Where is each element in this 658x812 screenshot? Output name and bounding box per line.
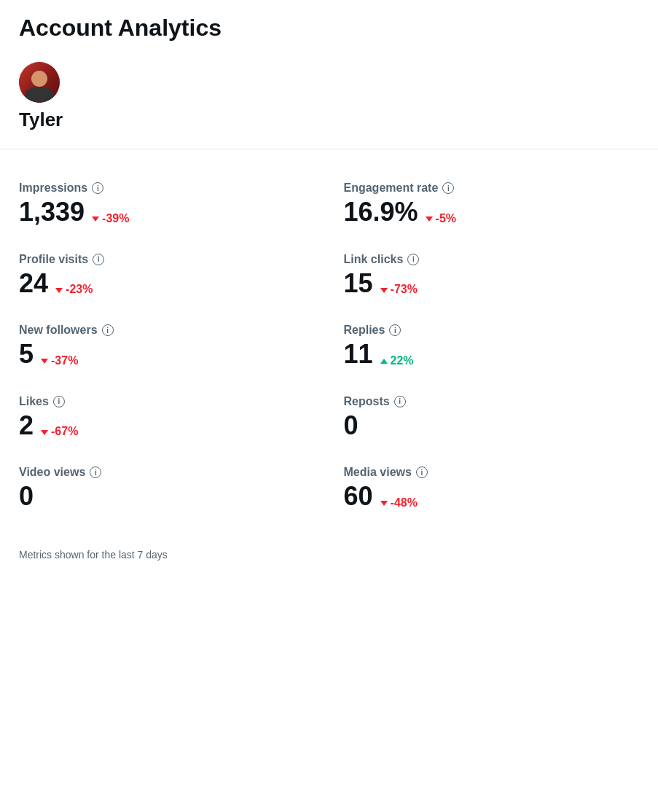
- metric-change-new-followers: -37%: [41, 354, 78, 367]
- metric-label-engagement-rate: Engagement ratei: [344, 181, 640, 195]
- arrow-down-icon-impressions: [92, 216, 99, 222]
- metrics-grid: Impressionsi1,339-39%Engagement ratei16.…: [19, 170, 639, 526]
- metric-label-video-views: Video viewsi: [19, 466, 329, 479]
- user-name: Tyler: [19, 109, 639, 131]
- metric-change-replies: 22%: [380, 354, 414, 367]
- metric-value-row-reposts: 0: [344, 411, 640, 440]
- metric-label-replies: Repliesi: [344, 324, 640, 337]
- metric-change-impressions: -39%: [92, 212, 129, 225]
- change-text-profile-visits: -23%: [66, 283, 93, 296]
- avatar: [19, 62, 60, 103]
- metric-link-clicks: Link clicksi15-73%: [329, 241, 640, 313]
- metric-value-row-link-clicks: 15-73%: [344, 269, 640, 298]
- metric-reposts: Repostsi0: [329, 383, 640, 455]
- page-title: Account Analytics: [19, 15, 639, 42]
- info-icon-replies[interactable]: i: [389, 324, 401, 336]
- info-icon-impressions[interactable]: i: [92, 182, 103, 194]
- info-icon-video-views[interactable]: i: [90, 466, 101, 478]
- info-icon-likes[interactable]: i: [53, 396, 65, 407]
- metric-value-row-engagement-rate: 16.9%-5%: [344, 198, 640, 227]
- change-text-impressions: -39%: [102, 212, 129, 225]
- metric-video-views: Video viewsi0: [19, 454, 329, 526]
- metric-change-media-views: -48%: [380, 496, 418, 510]
- metric-value-row-impressions: 1,339-39%: [19, 198, 329, 227]
- metric-label-new-followers: New followersi: [19, 324, 329, 337]
- section-divider: [0, 149, 658, 149]
- footer-note: Metrics shown for the last 7 days: [19, 549, 639, 561]
- profile-section: Tyler: [19, 62, 639, 131]
- arrow-down-icon-likes: [41, 430, 48, 435]
- info-icon-reposts[interactable]: i: [394, 396, 406, 407]
- metric-value-engagement-rate: 16.9%: [344, 198, 418, 227]
- change-text-engagement-rate: -5%: [436, 212, 456, 225]
- metric-media-views: Media viewsi60-48%: [329, 454, 640, 526]
- metric-replies: Repliesi1122%: [329, 312, 640, 383]
- info-icon-engagement-rate[interactable]: i: [442, 182, 454, 194]
- info-icon-new-followers[interactable]: i: [102, 324, 114, 336]
- arrow-down-icon-new-followers: [41, 359, 48, 364]
- metric-value-profile-visits: 24: [19, 269, 48, 298]
- metric-label-media-views: Media viewsi: [344, 466, 640, 479]
- metric-label-text-reposts: Reposts: [344, 395, 390, 408]
- change-text-replies: 22%: [391, 354, 414, 367]
- arrow-down-icon-link-clicks: [380, 288, 388, 293]
- metric-label-text-new-followers: New followers: [19, 324, 98, 337]
- change-text-media-views: -48%: [391, 496, 418, 510]
- metric-new-followers: New followersi5-37%: [19, 312, 329, 383]
- metric-label-text-likes: Likes: [19, 395, 49, 408]
- metric-value-link-clicks: 15: [344, 269, 373, 298]
- metric-label-text-engagement-rate: Engagement rate: [344, 181, 439, 195]
- metric-value-new-followers: 5: [19, 340, 34, 369]
- metric-label-impressions: Impressionsi: [19, 181, 329, 195]
- metric-label-text-link-clicks: Link clicks: [344, 253, 404, 266]
- arrow-down-icon-media-views: [380, 501, 388, 506]
- metric-value-likes: 2: [19, 411, 34, 440]
- metric-label-likes: Likesi: [19, 395, 329, 408]
- metric-change-profile-visits: -23%: [55, 283, 93, 296]
- metric-label-text-impressions: Impressions: [19, 181, 87, 195]
- metric-value-row-profile-visits: 24-23%: [19, 269, 329, 298]
- metric-label-text-media-views: Media views: [344, 466, 412, 479]
- arrow-down-icon-profile-visits: [55, 288, 63, 293]
- metric-likes: Likesi2-67%: [19, 383, 329, 455]
- metric-label-text-profile-visits: Profile visits: [19, 253, 88, 266]
- metric-label-reposts: Repostsi: [344, 395, 640, 408]
- change-text-likes: -67%: [51, 425, 78, 438]
- arrow-down-icon-engagement-rate: [426, 216, 433, 222]
- metric-engagement-rate: Engagement ratei16.9%-5%: [329, 170, 640, 241]
- metric-value-media-views: 60: [344, 482, 373, 511]
- metric-change-engagement-rate: -5%: [426, 212, 456, 225]
- arrow-up-icon-replies: [380, 359, 388, 364]
- metric-label-text-video-views: Video views: [19, 466, 85, 479]
- info-icon-profile-visits[interactable]: i: [93, 254, 104, 265]
- info-icon-link-clicks[interactable]: i: [407, 254, 419, 265]
- metric-value-row-video-views: 0: [19, 482, 329, 511]
- metric-value-impressions: 1,339: [19, 198, 85, 227]
- metric-value-row-replies: 1122%: [344, 340, 640, 369]
- metric-value-reposts: 0: [344, 411, 359, 440]
- metric-value-row-new-followers: 5-37%: [19, 340, 329, 369]
- metric-value-replies: 11: [344, 340, 373, 369]
- metric-label-profile-visits: Profile visitsi: [19, 253, 329, 266]
- change-text-link-clicks: -73%: [391, 283, 418, 296]
- metric-label-text-replies: Replies: [344, 324, 385, 337]
- metric-change-likes: -67%: [41, 425, 78, 438]
- metric-value-video-views: 0: [19, 482, 34, 511]
- metric-label-link-clicks: Link clicksi: [344, 253, 640, 266]
- metric-value-row-likes: 2-67%: [19, 411, 329, 440]
- metric-profile-visits: Profile visitsi24-23%: [19, 241, 329, 313]
- metric-value-row-media-views: 60-48%: [344, 482, 640, 511]
- info-icon-media-views[interactable]: i: [416, 466, 428, 478]
- metric-impressions: Impressionsi1,339-39%: [19, 170, 329, 241]
- metric-change-link-clicks: -73%: [380, 283, 418, 296]
- change-text-new-followers: -37%: [51, 354, 78, 367]
